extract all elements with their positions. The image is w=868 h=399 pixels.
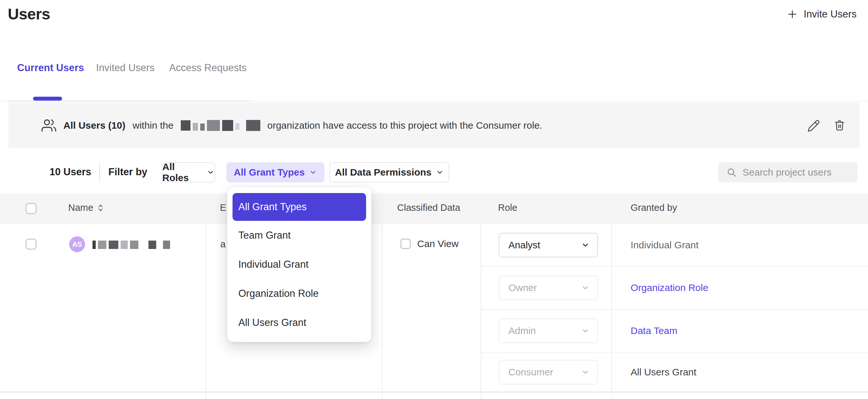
plus-icon: [787, 9, 798, 20]
menu-item-team-grant[interactable]: Team Grant: [232, 221, 366, 250]
chevron-down-icon: [581, 241, 590, 249]
role-select-owner: Owner: [499, 275, 598, 300]
users-page: Users Invite Users Current Users Invited…: [0, 0, 868, 399]
chevron-down-icon: [309, 168, 317, 176]
grant-row-divider: [481, 266, 868, 267]
role-select-consumer: Consumer: [499, 360, 598, 385]
banner-text-after-org: organization have access to this project…: [268, 120, 542, 131]
row-checkbox[interactable]: [26, 239, 36, 250]
search-icon: [726, 167, 737, 178]
tab-current-users[interactable]: Current Users: [17, 62, 84, 74]
granted-by-individual-grant: Individual Grant: [631, 238, 699, 252]
column-header-email: E: [220, 203, 226, 213]
menu-item-individual-grant[interactable]: Individual Grant: [232, 250, 366, 279]
column-header-granted-by: Granted by: [631, 203, 677, 213]
classified-data-cell: Can View: [400, 238, 459, 249]
role-select-value: Admin: [508, 325, 536, 336]
column-header-classified-data: Classified Data: [397, 203, 460, 213]
granted-by-data-team-link[interactable]: Data Team: [631, 324, 678, 338]
search-input[interactable]: [743, 167, 850, 178]
user-name-redacted: [92, 241, 170, 249]
chevron-down-icon: [436, 168, 444, 176]
grant-row-divider: [481, 352, 868, 353]
column-divider: [206, 224, 206, 399]
can-view-checkbox[interactable]: [400, 239, 411, 249]
filter-by-label: Filter by: [108, 166, 148, 178]
role-select-admin: Admin: [499, 318, 598, 343]
role-select-value: Analyst: [508, 240, 540, 251]
filter-all-roles-label: All Roles: [162, 161, 202, 183]
role-select-value: Owner: [508, 282, 537, 293]
avatar: AS: [69, 236, 85, 252]
chevron-down-icon: [207, 168, 214, 176]
role-select-value: Consumer: [508, 367, 553, 378]
filter-all-grant-types[interactable]: All Grant Types: [226, 162, 324, 182]
chevron-down-icon: [581, 368, 590, 376]
org-name-redacted: [181, 120, 260, 131]
column-divider: [480, 224, 481, 399]
chevron-down-icon: [581, 283, 590, 292]
column-header-name[interactable]: Name: [68, 203, 103, 213]
column-header-role: Role: [498, 203, 518, 213]
grant-types-dropdown-menu: All Grant Types Team Grant Individual Gr…: [227, 187, 372, 342]
invite-users-button[interactable]: Invite Users: [787, 8, 857, 20]
role-select-analyst[interactable]: Analyst: [499, 233, 598, 257]
filter-all-roles[interactable]: All Roles: [162, 162, 215, 182]
users-icon: [41, 118, 56, 133]
toolbar-divider: [99, 163, 100, 181]
tabs-strip-divider: [8, 100, 250, 101]
row-divider: [0, 392, 868, 393]
granted-by-organization-role-link[interactable]: Organization Role: [631, 281, 708, 295]
banner-bold-text: All Users (10): [63, 120, 125, 131]
column-divider: [382, 224, 382, 399]
search-box: [718, 162, 857, 182]
filter-all-grant-types-label: All Grant Types: [234, 167, 305, 178]
menu-item-organization-role[interactable]: Organization Role: [232, 279, 366, 308]
filter-all-data-permissions-label: All Data Permissions: [335, 167, 431, 178]
edit-icon[interactable]: [807, 119, 820, 132]
banner-text-before-org: within the: [133, 120, 174, 131]
all-users-banner: All Users (10) within the organization h…: [8, 102, 860, 148]
invite-users-label: Invite Users: [804, 8, 857, 20]
user-email-partial: a: [220, 239, 226, 250]
tab-invited-users[interactable]: Invited Users: [96, 62, 155, 74]
trash-icon[interactable]: [833, 119, 846, 132]
menu-item-all-grant-types[interactable]: All Grant Types: [232, 193, 366, 221]
granted-by-all-users-grant: All Users Grant: [631, 365, 696, 379]
users-count: 10 Users: [50, 166, 91, 178]
sort-icon: [98, 203, 103, 213]
chevron-down-icon: [581, 327, 590, 335]
select-all-checkbox[interactable]: [26, 203, 36, 214]
column-divider: [611, 224, 612, 399]
can-view-label: Can View: [417, 238, 459, 249]
column-header-name-label: Name: [68, 203, 93, 213]
active-tab-indicator: [33, 97, 62, 100]
tab-access-requests[interactable]: Access Requests: [169, 62, 247, 74]
filter-all-data-permissions[interactable]: All Data Permissions: [330, 162, 449, 182]
grant-row-divider: [481, 309, 868, 310]
menu-item-all-users-grant[interactable]: All Users Grant: [232, 308, 366, 337]
page-title: Users: [8, 5, 50, 23]
